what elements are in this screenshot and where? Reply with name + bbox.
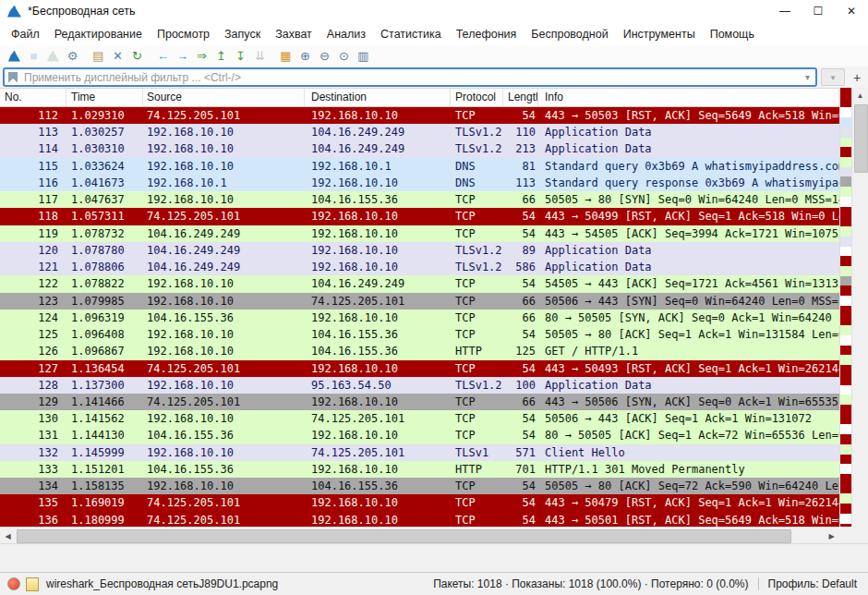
column-header-info[interactable]: Info — [538, 89, 839, 106]
menu-item-7[interactable]: Телефония — [449, 28, 524, 41]
packet-row[interactable]: 1341.158135192.168.10.10104.16.155.36TCP… — [0, 478, 839, 494]
cell-destination: 74.125.205.101 — [305, 444, 451, 461]
display-filter-input[interactable] — [22, 70, 803, 85]
window-title: *Беспроводная сеть — [28, 5, 136, 18]
column-header-length[interactable]: Length — [503, 89, 538, 106]
reload-capture-file-icon[interactable]: ↻ — [127, 47, 147, 65]
cell-time: 1.078732 — [66, 225, 143, 242]
vertical-scroll-thumb[interactable] — [854, 104, 868, 173]
profile-label[interactable]: Профиль: Default — [768, 577, 862, 590]
packet-row[interactable]: 1201.078780104.16.249.249192.168.10.10TL… — [0, 242, 839, 259]
cell-length: 54 — [503, 326, 538, 343]
resize-columns-icon[interactable]: ▥ — [354, 47, 373, 65]
packet-row[interactable]: 1301.141562192.168.10.1074.125.205.101TC… — [0, 410, 839, 427]
menu-item-2[interactable]: Просмотр — [150, 28, 217, 41]
close-button[interactable]: ✕ — [835, 0, 868, 22]
packet-row[interactable]: 1131.030257192.168.10.10104.16.249.249TL… — [0, 124, 839, 140]
cell-length: 54 — [503, 512, 538, 528]
restart-capture-icon[interactable] — [43, 47, 63, 65]
menu-item-9[interactable]: Инструменты — [616, 28, 703, 41]
packet-row[interactable]: 1161.041673192.168.10.1192.168.10.10DNS1… — [0, 175, 839, 191]
restart-capture-fin-shape — [47, 51, 59, 62]
packet-row[interactable]: 1271.13645474.125.205.101192.168.10.10TC… — [0, 360, 839, 377]
add-filter-button[interactable]: + — [849, 69, 865, 85]
packet-row[interactable]: 1261.096867192.168.10.10104.16.155.36HTT… — [0, 343, 839, 359]
packet-row[interactable]: 1221.078822192.168.10.10104.16.249.249TC… — [0, 275, 839, 292]
packet-row[interactable]: 1171.047637192.168.10.10104.16.155.36TCP… — [0, 191, 839, 208]
packet-row[interactable]: 1231.079985192.168.10.1074.125.205.101TC… — [0, 293, 839, 310]
packet-row[interactable]: 1211.078806104.16.249.249192.168.10.10TL… — [0, 259, 839, 275]
open-capture-file-icon[interactable]: ▤ — [89, 47, 108, 65]
menu-item-8[interactable]: Беспроводной — [524, 28, 615, 41]
column-header-source[interactable]: Source — [143, 89, 305, 106]
go-back-icon[interactable]: ← — [153, 47, 173, 65]
packet-row[interactable]: 1121.02931074.125.205.101192.168.10.10TC… — [0, 107, 839, 124]
menu-item-1[interactable]: Редактирование — [47, 28, 150, 41]
stop-capture-icon[interactable]: ■ — [24, 47, 43, 65]
go-last-packet-icon[interactable]: ↧ — [231, 47, 250, 65]
cell-destination: 74.125.205.101 — [305, 293, 451, 310]
cell-length: 54 — [503, 107, 538, 124]
capture-filename: wireshark_Беспроводная сетьJ89DU1.pcapng — [46, 577, 278, 590]
start-capture-icon[interactable] — [5, 47, 24, 65]
capture-comment-icon[interactable] — [26, 577, 39, 591]
packet-row[interactable]: 1321.145999192.168.10.1074.125.205.101TL… — [0, 444, 839, 461]
cell-source: 104.16.155.36 — [143, 427, 305, 443]
menu-item-0[interactable]: Файл — [4, 28, 47, 41]
cell-time: 1.079985 — [66, 293, 143, 310]
column-header-no[interactable]: No. — [0, 89, 66, 106]
go-first-packet-icon[interactable]: ↥ — [211, 47, 231, 65]
cell-destination: 104.16.249.249 — [305, 140, 451, 157]
cell-info: 80 → 50505 [ACK] Seq=1 Ack=72 Win=65536 … — [538, 427, 839, 443]
scroll-right-icon[interactable]: ▶ — [824, 528, 839, 544]
menu-item-4[interactable]: Захват — [268, 28, 319, 41]
zoom-normal-icon[interactable]: ⊙ — [334, 47, 354, 65]
cell-source: 74.125.205.101 — [143, 360, 305, 377]
menu-item-10[interactable]: Помощь — [703, 28, 762, 41]
filter-dropdown-icon[interactable]: ▾ — [803, 72, 812, 82]
menu-item-3[interactable]: Запуск — [217, 28, 268, 41]
minimize-button[interactable]: — — [768, 0, 802, 22]
packet-row[interactable]: 1331.151201104.16.155.36192.168.10.10HTT… — [0, 461, 839, 478]
cell-time: 1.030257 — [66, 124, 143, 140]
packet-row[interactable]: 1361.18099974.125.205.101192.168.10.10TC… — [0, 512, 839, 528]
cell-destination: 104.16.155.36 — [305, 478, 451, 494]
go-forward-icon[interactable]: → — [173, 47, 192, 65]
bookmark-icon[interactable] — [8, 72, 18, 83]
packet-row[interactable]: 1141.030310192.168.10.10104.16.249.249TL… — [0, 140, 839, 157]
horizontal-scroll-thumb[interactable] — [17, 529, 791, 543]
filter-expression-button[interactable]: ▾ — [821, 68, 845, 86]
packet-row[interactable]: 1251.096408192.168.10.10104.16.155.36TCP… — [0, 326, 839, 343]
packet-row[interactable]: 1181.05731174.125.205.101192.168.10.10TC… — [0, 208, 839, 225]
packet-row[interactable]: 1311.144130104.16.155.36192.168.10.10TCP… — [0, 427, 839, 443]
column-header-protocol[interactable]: Protocol — [451, 89, 503, 106]
packet-row[interactable]: 1351.16901974.125.205.101192.168.10.10TC… — [0, 494, 839, 511]
capture-options-icon[interactable]: ⚙ — [63, 47, 82, 65]
start-capture-fin-shape — [8, 51, 20, 62]
maximize-button[interactable]: ☐ — [802, 0, 835, 22]
packet-row[interactable]: 1291.14146674.125.205.101192.168.10.10TC… — [0, 394, 839, 410]
packet-row[interactable]: 1241.096319104.16.155.36192.168.10.10TCP… — [0, 310, 839, 326]
packet-row[interactable]: 1191.078732104.16.249.249192.168.10.10TC… — [0, 225, 839, 242]
auto-scroll-icon[interactable]: ⇊ — [250, 47, 270, 65]
cell-protocol: TCP — [451, 478, 503, 494]
column-header-destination[interactable]: Destination — [305, 89, 451, 106]
colorize-packets-icon[interactable]: ▦ — [276, 47, 295, 65]
menu-item-5[interactable]: Анализ — [319, 28, 373, 41]
vertical-scrollbar[interactable]: ▲ ▼ — [851, 88, 868, 543]
scroll-up-icon[interactable]: ▲ — [852, 88, 868, 103]
expert-info-icon[interactable] — [7, 577, 20, 590]
cell-no: 129 — [0, 394, 66, 410]
go-to-packet-icon[interactable]: ⇒ — [192, 47, 211, 65]
scroll-left-icon[interactable]: ◀ — [0, 528, 16, 544]
packet-row[interactable]: 1151.033624192.168.10.10192.168.10.1DNS8… — [0, 158, 839, 175]
column-header-time[interactable]: Time — [66, 89, 143, 106]
packet-row[interactable]: 1281.137300192.168.10.1095.163.54.50TLSv… — [0, 377, 839, 394]
zoom-out-icon[interactable]: ⊖ — [315, 47, 334, 65]
cell-time: 1.030310 — [66, 140, 143, 157]
zoom-in-icon[interactable]: ⊕ — [295, 47, 315, 65]
horizontal-scrollbar[interactable]: ◀ ▶ — [0, 527, 839, 544]
close-capture-file-icon[interactable]: ✕ — [108, 47, 127, 65]
menu-item-6[interactable]: Статистика — [373, 28, 449, 41]
cell-source: 74.125.205.101 — [143, 494, 305, 511]
